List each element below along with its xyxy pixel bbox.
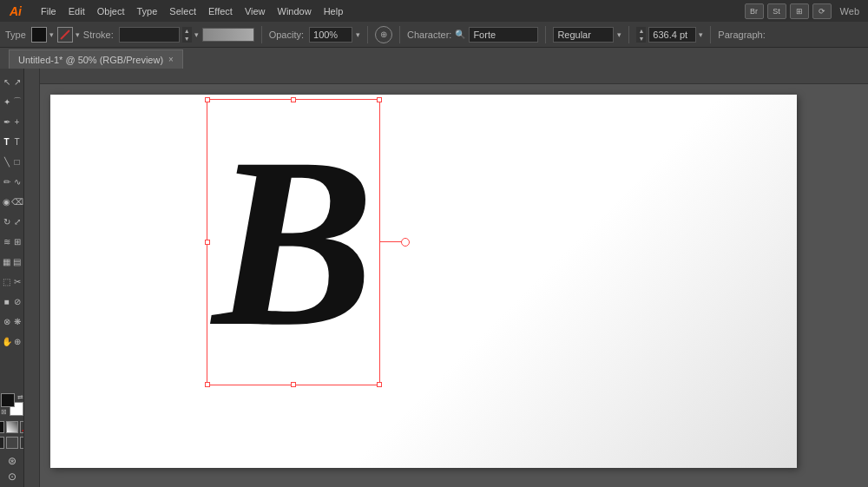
sep6 — [710, 26, 711, 43]
opacity-arrow[interactable]: ▾ — [356, 30, 360, 39]
fill-dropdown-arrow[interactable]: ▾ — [49, 30, 54, 39]
scale-tool[interactable]: ⤢ — [12, 212, 22, 231]
handle-top-right[interactable] — [377, 97, 382, 102]
reset-colors-icon[interactable]: ⊠ — [1, 408, 7, 416]
size-down-btn[interactable]: ▼ — [636, 35, 646, 43]
direct-selection-tool[interactable]: ↗ — [12, 72, 22, 91]
gradient-fill-icon[interactable] — [6, 421, 18, 433]
menu-window[interactable]: Window — [272, 0, 318, 22]
screen-mode-full[interactable] — [6, 437, 18, 449]
type-label: Type — [5, 30, 26, 40]
pen-pair: ✒ + — [2, 112, 22, 131]
type-tool[interactable]: T — [2, 132, 11, 151]
pen-sub-tool[interactable]: + — [12, 112, 22, 131]
menu-file[interactable]: File — [35, 0, 62, 22]
stroke-up-btn[interactable]: ▲ — [182, 27, 192, 35]
stroke-dropdown-arrow[interactable]: ▾ — [76, 30, 80, 39]
canvas-page[interactable]: B — [50, 95, 797, 468]
libraries-button[interactable]: ⊞ — [790, 3, 809, 19]
menu-view[interactable]: View — [239, 0, 272, 22]
blend-tool[interactable]: ⊗ — [2, 312, 11, 331]
pencil-tool[interactable]: ∿ — [12, 172, 22, 191]
fill-swatch[interactable] — [31, 27, 47, 43]
stroke-width-group: ▲ ▼ ▾ — [119, 27, 199, 43]
menu-edit[interactable]: Edit — [62, 0, 91, 22]
bridge-icons: Br St ⊞ ⟳ — [745, 3, 832, 19]
paintbrush-tool[interactable]: ✏ — [2, 172, 11, 191]
menu-object[interactable]: Object — [91, 0, 131, 22]
artboard-tool[interactable]: ⬚ — [2, 272, 11, 291]
size-arrow[interactable]: ▾ — [699, 30, 703, 39]
stroke-stepper[interactable]: ▲ ▼ — [182, 27, 192, 43]
pen-tool[interactable]: ✒ — [2, 112, 11, 131]
size-stepper[interactable]: ▲ ▼ — [636, 27, 646, 43]
change-screen-mode[interactable]: ⊛ — [3, 454, 22, 468]
handle-top-center[interactable] — [291, 97, 296, 102]
blob-brush-tool[interactable]: ◉ — [2, 192, 11, 211]
warp-tool[interactable]: ≋ — [2, 232, 11, 251]
stroke-width-input[interactable] — [119, 27, 180, 43]
opacity-input[interactable] — [309, 27, 352, 43]
tab-close-button[interactable]: × — [168, 55, 174, 64]
gradient-preview[interactable] — [202, 28, 254, 42]
stock-button[interactable]: St — [767, 3, 786, 19]
rotate-scale-pair: ↻ ⤢ — [2, 212, 22, 231]
document-tab[interactable]: Untitled-1* @ 50% (RGB/Preview) × — [9, 49, 183, 69]
column-chart-tool[interactable]: ▤ — [12, 252, 22, 271]
bridge-button[interactable]: Br — [745, 3, 764, 19]
font-size-input[interactable] — [648, 27, 696, 43]
sync-button[interactable]: ⟳ — [812, 3, 832, 19]
handle-top-left[interactable] — [205, 97, 210, 102]
handle-bot-left[interactable] — [205, 382, 210, 387]
symbol-sprayer-tool[interactable]: ❋ — [12, 312, 22, 331]
type-sub-tool[interactable]: T — [12, 132, 22, 151]
slice-tool[interactable]: ✂ — [12, 272, 22, 291]
gradient-eyedrop-pair: ■ ⊘ — [2, 292, 22, 311]
warp-pair: ≋ ⊞ — [2, 232, 22, 251]
eyedropper-tool[interactable]: ⊘ — [12, 292, 22, 311]
color-mode-icon[interactable]: ⊕ — [375, 26, 392, 43]
hand-tool[interactable]: ✋ — [2, 332, 11, 351]
letter-b: B — [213, 121, 375, 364]
graph-tool[interactable]: ▦ — [2, 252, 11, 271]
solid-fill-icon[interactable] — [0, 421, 4, 433]
style-arrow[interactable]: ▾ — [617, 30, 621, 39]
zoom-tool[interactable]: ⊕ — [12, 332, 22, 351]
selection-tool[interactable]: ↖ — [2, 72, 11, 91]
magic-wand-tool[interactable]: ✦ — [2, 92, 11, 111]
stroke-dropdown2[interactable]: ▾ — [194, 30, 199, 39]
character-search-icon[interactable]: 🔍 — [455, 30, 465, 39]
screen-mode-normal[interactable] — [0, 437, 4, 449]
menu-bar: Ai File Edit Object Type Select Effect V… — [0, 0, 868, 22]
rect-tool[interactable]: □ — [12, 152, 22, 171]
app-logo: Ai — [3, 4, 28, 18]
fill-options-row — [0, 421, 24, 433]
handle-mid-left[interactable] — [205, 240, 210, 245]
stroke-label: Stroke: — [83, 30, 114, 40]
foreground-color-swatch[interactable] — [1, 393, 15, 407]
handle-bot-right[interactable] — [377, 382, 382, 387]
edit-mode[interactable]: ⊙ — [3, 470, 22, 484]
free-transform-tool[interactable]: ⊞ — [12, 232, 22, 251]
size-up-btn[interactable]: ▲ — [636, 27, 646, 35]
gradient-tool[interactable]: ■ — [2, 292, 11, 311]
menu-type[interactable]: Type — [131, 0, 164, 22]
menu-help[interactable]: Help — [318, 0, 350, 22]
handle-mid-right-circle[interactable] — [401, 238, 410, 247]
menu-effect[interactable]: Effect — [202, 0, 239, 22]
line-pair: ╲ □ — [2, 152, 22, 171]
line-tool[interactable]: ╲ — [2, 152, 11, 171]
text-object-b[interactable]: B — [207, 99, 380, 385]
view-mode-row — [0, 437, 24, 449]
lasso-tool[interactable]: ⌒ — [12, 92, 22, 111]
canvas-area[interactable]: B — [24, 69, 868, 487]
font-name-input[interactable] — [469, 27, 538, 43]
eraser-tool[interactable]: ⌫ — [12, 192, 22, 211]
handle-bot-center[interactable] — [291, 382, 296, 387]
sep2 — [367, 26, 368, 43]
rotate-tool[interactable]: ↻ — [2, 212, 11, 231]
swap-colors-icon[interactable]: ⇄ — [17, 393, 23, 401]
stroke-down-btn[interactable]: ▼ — [182, 35, 192, 43]
menu-select[interactable]: Select — [163, 0, 202, 22]
font-style-input[interactable] — [553, 27, 614, 43]
